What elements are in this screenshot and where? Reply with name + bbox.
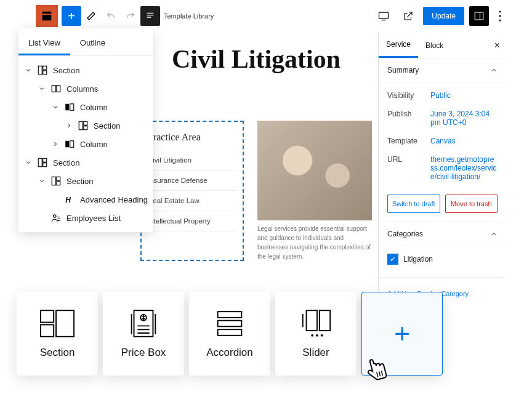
sidebar-toggle-icon[interactable] <box>469 6 489 26</box>
svg-rect-32 <box>218 329 242 336</box>
row-label: Template <box>387 137 430 145</box>
svg-rect-16 <box>70 141 74 148</box>
practice-area-block[interactable]: Practice Area Civil Litigation Insurance… <box>140 121 244 261</box>
tree-item[interactable]: Section <box>21 153 150 172</box>
external-link-icon[interactable] <box>398 6 418 26</box>
tree-label: Column <box>80 103 108 112</box>
edit-icon[interactable] <box>81 6 101 26</box>
tree-label: Employees List <box>66 214 121 223</box>
switch-draft-button[interactable]: Switch to draft <box>387 195 440 213</box>
svg-rect-26 <box>41 324 54 336</box>
checkbox-checked-icon[interactable]: ✓ <box>387 254 398 265</box>
update-button[interactable]: Update <box>423 7 464 25</box>
heading-icon: H <box>64 194 75 205</box>
svg-rect-10 <box>65 104 69 111</box>
tree-item[interactable]: Column <box>21 135 150 153</box>
chevron-down-icon[interactable] <box>52 103 59 111</box>
svg-rect-12 <box>79 121 83 130</box>
tree-item[interactable]: HAdvanced Heading <box>21 190 150 209</box>
hero-image[interactable] <box>257 121 372 220</box>
svg-rect-25 <box>41 310 54 322</box>
block-slider[interactable]: Slider <box>275 292 357 376</box>
chevron-right-icon[interactable] <box>65 122 73 129</box>
plus-icon: + <box>394 318 410 349</box>
tab-block[interactable]: Block <box>418 34 451 57</box>
more-menu-icon[interactable] <box>494 6 506 26</box>
publish-value[interactable]: June 3, 2024 3:04 pm UTC+0 <box>430 110 498 127</box>
svg-rect-9 <box>57 86 60 92</box>
tab-outline[interactable]: Outline <box>70 32 115 55</box>
undo-icon[interactable] <box>101 6 121 26</box>
block-section[interactable]: Section <box>17 292 98 376</box>
doc-outline-icon[interactable] <box>140 6 160 26</box>
categories-header[interactable]: Categories <box>379 222 506 246</box>
block-pricebox[interactable]: Price Box <box>103 292 184 376</box>
list-item[interactable]: Intellectual Property <box>148 211 236 231</box>
spacer[interactable] <box>38 214 46 222</box>
svg-rect-31 <box>218 320 242 326</box>
list-item[interactable]: Insurance Defense <box>148 171 236 191</box>
svg-text:H: H <box>65 196 71 204</box>
add-block-button[interactable]: + <box>62 6 81 26</box>
redo-icon[interactable] <box>121 6 140 26</box>
tree-label: Column <box>80 140 108 149</box>
close-icon[interactable]: × <box>494 40 500 51</box>
practice-heading: Practice Area <box>148 128 236 147</box>
svg-point-37 <box>321 334 323 336</box>
tree-item[interactable]: Employees List <box>21 209 150 227</box>
chevron-up-icon <box>490 230 498 238</box>
row-label: URL <box>387 155 430 181</box>
url-value[interactable]: themes.getmotopress.com/leolex/service/c… <box>430 155 498 181</box>
svg-rect-13 <box>84 121 87 125</box>
tree-label: Section <box>53 158 79 167</box>
svg-point-35 <box>311 334 313 336</box>
spacer[interactable] <box>52 196 59 203</box>
list-item[interactable]: Civil Litigation <box>148 150 236 171</box>
page-title[interactable]: Civil Litigation <box>140 42 372 74</box>
tree-item[interactable]: Column <box>21 98 150 116</box>
svg-rect-30 <box>218 312 242 318</box>
template-library-label[interactable]: Template Library <box>164 12 214 20</box>
tree-label: Section <box>53 66 79 75</box>
tab-service[interactable]: Service <box>379 33 418 58</box>
section-icon <box>37 65 48 76</box>
summary-header[interactable]: Summary <box>379 58 506 82</box>
template-value[interactable]: Canvas <box>430 137 498 145</box>
svg-rect-33 <box>307 310 317 331</box>
svg-rect-34 <box>320 310 330 331</box>
chevron-up-icon <box>490 66 498 74</box>
svg-point-24 <box>54 215 57 218</box>
block-accordion[interactable]: Accordion <box>189 292 270 376</box>
svg-rect-15 <box>65 141 69 148</box>
move-trash-button[interactable]: Move to trash <box>445 195 498 213</box>
view-icon[interactable] <box>374 6 393 26</box>
block-label: Section <box>40 347 75 359</box>
chevron-down-icon[interactable] <box>38 85 46 92</box>
svg-rect-27 <box>56 310 74 337</box>
chevron-right-icon[interactable] <box>52 140 59 148</box>
visibility-value[interactable]: Public <box>430 91 498 100</box>
row-label: Visibility <box>387 91 430 100</box>
chevron-down-icon[interactable] <box>25 159 32 166</box>
tree-item[interactable]: Columns <box>21 79 150 98</box>
tab-list-view[interactable]: List View <box>18 32 70 55</box>
settings-sidebar: Service Block × Summary VisibilityPublic… <box>378 33 506 310</box>
list-item[interactable]: Real Estate Law <box>148 191 236 211</box>
svg-point-36 <box>316 334 318 336</box>
svg-point-4 <box>499 20 501 22</box>
tree-label: Advanced Heading <box>80 195 148 204</box>
tree-item[interactable]: Section <box>21 172 150 190</box>
top-toolbar: + Template Library Update <box>36 5 506 27</box>
site-logo[interactable] <box>36 5 58 27</box>
tree-item[interactable]: Section <box>21 61 150 79</box>
tree-label: Columns <box>66 84 98 94</box>
tree-item[interactable]: Section <box>21 116 150 135</box>
svg-rect-7 <box>43 71 47 74</box>
chevron-down-icon[interactable] <box>25 66 32 74</box>
svg-rect-22 <box>57 182 60 185</box>
category-row[interactable]: ✓ Litigation <box>387 249 498 270</box>
chevron-down-icon[interactable] <box>38 177 46 185</box>
section-icon <box>78 120 89 131</box>
list-view-panel: List View Outline SectionColumnsColumnSe… <box>18 28 153 232</box>
category-label: Litigation <box>403 255 433 263</box>
